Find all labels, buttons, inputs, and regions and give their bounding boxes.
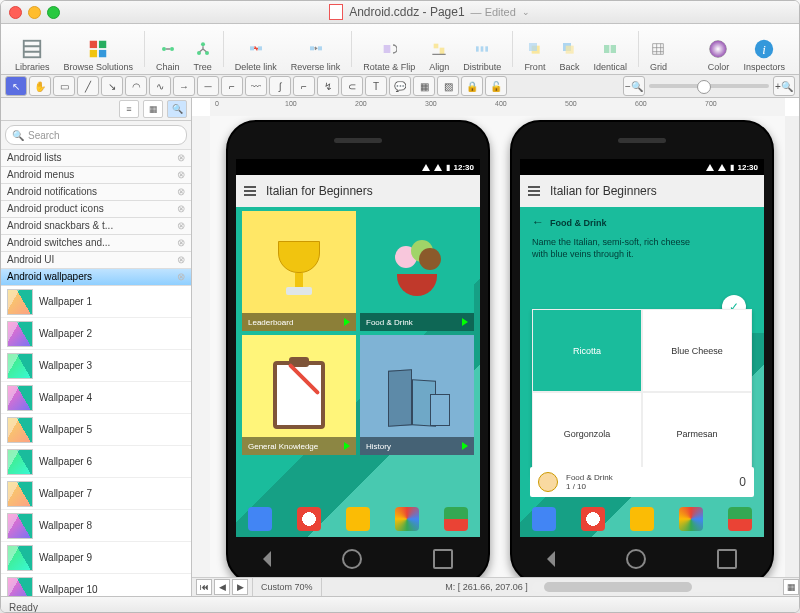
back-nav-icon[interactable] [547, 551, 555, 567]
arrow-tool[interactable]: → [173, 76, 195, 96]
callout-tool[interactable]: 💬 [389, 76, 411, 96]
hamburger-icon[interactable] [244, 186, 256, 196]
rect-tool[interactable]: ▭ [53, 76, 75, 96]
close-icon[interactable]: ⊗ [177, 252, 185, 268]
canvas[interactable]: ▮ 12:30 Italian for Beginners Leaderboar… [210, 116, 785, 578]
tile-history[interactable]: History [360, 335, 474, 455]
list-item[interactable]: Wallpaper 1 [1, 286, 191, 318]
list-item[interactable]: Wallpaper 2 [1, 318, 191, 350]
close-icon[interactable]: ⊗ [177, 150, 185, 166]
bezier-tool[interactable]: ∫ [269, 76, 291, 96]
category-item[interactable]: Android switches and...⊗ [1, 235, 191, 252]
answer-option[interactable]: Parmesan [642, 392, 752, 475]
dock-icon[interactable] [444, 507, 468, 531]
close-icon[interactable]: ⊗ [177, 167, 185, 183]
close-icon[interactable]: ⊗ [177, 235, 185, 251]
home-nav-icon[interactable] [626, 549, 646, 569]
answer-option[interactable]: Blue Cheese [642, 309, 752, 392]
first-page-button[interactable]: ⏮ [196, 579, 212, 595]
ungroup-tool[interactable]: ▨ [437, 76, 459, 96]
category-item[interactable]: Android menus⊗ [1, 167, 191, 184]
close-icon[interactable]: ⊗ [177, 184, 185, 200]
close-icon[interactable]: ⊗ [177, 201, 185, 217]
lock-tool[interactable]: 🔒 [461, 76, 483, 96]
list-item[interactable]: Wallpaper 5 [1, 414, 191, 446]
list-item[interactable]: Wallpaper 4 [1, 382, 191, 414]
smart-tool[interactable]: ↯ [317, 76, 339, 96]
text-tool[interactable]: T [365, 76, 387, 96]
delete-link-button[interactable]: Delete link [229, 26, 283, 72]
list-item[interactable]: Wallpaper 10 [1, 574, 191, 596]
chevron-down-icon[interactable]: ⌄ [522, 7, 530, 17]
search-view-button[interactable]: 🔍 [167, 100, 187, 118]
category-item-selected[interactable]: Android wallpapers⊗ [1, 269, 191, 286]
vertical-scrollbar[interactable] [784, 116, 799, 578]
list-item[interactable]: Wallpaper 8 [1, 510, 191, 542]
view-mode-button[interactable]: ▦ [783, 579, 799, 595]
next-page-button[interactable]: ▶ [232, 579, 248, 595]
list-item[interactable]: Wallpaper 3 [1, 350, 191, 382]
dock-icon[interactable] [728, 507, 752, 531]
category-item[interactable]: Android snackbars & t...⊗ [1, 218, 191, 235]
phone-mockup-2[interactable]: ▮ 12:30 Italian for Beginners ←Food & Dr… [510, 120, 774, 578]
unlock-tool[interactable]: 🔓 [485, 76, 507, 96]
curve-tool[interactable]: 〰 [245, 76, 267, 96]
distribute-button[interactable]: Distribute [457, 26, 507, 72]
category-item[interactable]: Android UI⊗ [1, 252, 191, 269]
identical-button[interactable]: Identical [587, 26, 633, 72]
line2-tool[interactable]: ─ [197, 76, 219, 96]
minimize-icon[interactable] [28, 6, 41, 19]
close-icon[interactable]: ⊗ [177, 269, 185, 285]
tile-food-drink[interactable]: Food & Drink [360, 211, 474, 331]
rotate-flip-button[interactable]: Rotate & Flip [357, 26, 421, 72]
connector-tool[interactable]: ↘ [101, 76, 123, 96]
zoom-in-button[interactable]: +🔍 [773, 76, 795, 96]
search-input[interactable]: 🔍Search [5, 125, 187, 145]
back-button[interactable]: Back [553, 26, 585, 72]
polyline-tool[interactable]: ⌐ [221, 76, 243, 96]
dock-icon[interactable] [679, 507, 703, 531]
dock-icon[interactable] [248, 507, 272, 531]
back-nav-icon[interactable] [263, 551, 271, 567]
list-item[interactable]: Wallpaper 6 [1, 446, 191, 478]
spline-tool[interactable]: ∿ [149, 76, 171, 96]
color-button[interactable]: Color [701, 26, 735, 72]
zoom-icon[interactable] [47, 6, 60, 19]
arc-tool[interactable]: ◠ [125, 76, 147, 96]
reverse-link-button[interactable]: Reverse link [285, 26, 347, 72]
hamburger-icon[interactable] [528, 186, 540, 196]
grid-view-button[interactable]: ▦ [143, 100, 163, 118]
prev-page-button[interactable]: ◀ [214, 579, 230, 595]
inspectors-button[interactable]: iInspectors [737, 26, 791, 72]
tree-button[interactable]: Tree [188, 26, 218, 72]
dock-icon[interactable] [532, 507, 556, 531]
dock-icon[interactable] [630, 507, 654, 531]
library-items[interactable]: Wallpaper 1 Wallpaper 2 Wallpaper 3 Wall… [1, 286, 191, 596]
dock-icon[interactable] [581, 507, 605, 531]
dock-icon[interactable] [297, 507, 321, 531]
libraries-button[interactable]: Libraries [9, 26, 56, 72]
dock-icon[interactable] [395, 507, 419, 531]
grid-button[interactable]: Grid [644, 26, 673, 72]
back-arrow-icon[interactable]: ← [532, 215, 544, 229]
close-icon[interactable] [9, 6, 22, 19]
answer-option[interactable]: Gorgonzola [532, 392, 642, 475]
dock-icon[interactable] [346, 507, 370, 531]
list-item[interactable]: Wallpaper 7 [1, 478, 191, 510]
zoom-label[interactable]: Custom 70% [252, 578, 322, 596]
pointer-tool[interactable]: ↖ [5, 76, 27, 96]
zoom-slider[interactable] [649, 84, 769, 88]
home-nav-icon[interactable] [342, 549, 362, 569]
category-item[interactable]: Android lists⊗ [1, 150, 191, 167]
list-view-button[interactable]: ≡ [119, 100, 139, 118]
round-tool[interactable]: ⊂ [341, 76, 363, 96]
browse-solutions-button[interactable]: Browse Solutions [58, 26, 140, 72]
recent-nav-icon[interactable] [433, 549, 453, 569]
zoom-out-button[interactable]: −🔍 [623, 76, 645, 96]
list-item[interactable]: Wallpaper 9 [1, 542, 191, 574]
horizontal-scrollbar[interactable] [532, 582, 779, 592]
group-tool[interactable]: ▦ [413, 76, 435, 96]
line-tool[interactable]: ╱ [77, 76, 99, 96]
elbow-tool[interactable]: ⌐ [293, 76, 315, 96]
recent-nav-icon[interactable] [717, 549, 737, 569]
